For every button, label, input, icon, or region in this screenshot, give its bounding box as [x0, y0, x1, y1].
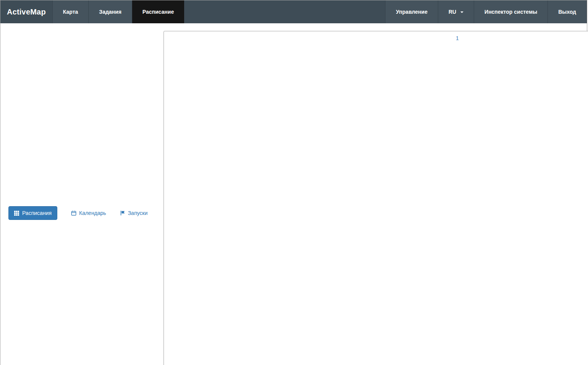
grid-icon — [14, 211, 19, 216]
nav-spacer — [184, 0, 385, 23]
language-label: RU — [449, 9, 456, 15]
app-logo: ActiveMap — [0, 0, 52, 23]
pagination-page-1[interactable]: 1 — [164, 31, 588, 365]
calendar-icon — [71, 210, 76, 216]
nav-item-system-inspector[interactable]: Инспектор системы — [474, 0, 548, 23]
nav-item-logout[interactable]: Выход — [548, 0, 587, 23]
runs-icon — [120, 210, 125, 216]
tab-runs[interactable]: Запуски — [120, 210, 148, 216]
tab-schedules-label: Расписания — [22, 210, 52, 216]
tab-runs-label: Запуски — [128, 210, 148, 216]
tab-calendar[interactable]: Календарь — [71, 210, 106, 216]
view-toolbar: Расписания Календарь Запуски 1 2 3 Найде… — [0, 23, 587, 365]
main-nav: Карта Задания Расписание — [52, 0, 184, 23]
nav-item-tasks[interactable]: Задания — [88, 0, 131, 23]
user-nav: Управление RU Инспектор системы Выход — [385, 0, 587, 23]
top-navbar: ActiveMap Карта Задания Расписание Управ… — [0, 0, 587, 23]
nav-item-map[interactable]: Карта — [52, 0, 89, 23]
nav-item-management[interactable]: Управление — [385, 0, 438, 23]
tab-schedules[interactable]: Расписания — [8, 206, 57, 220]
language-menu[interactable]: RU — [438, 0, 474, 23]
pagination: 1 2 3 — [164, 31, 588, 365]
nav-item-schedule[interactable]: Расписание — [132, 0, 184, 23]
caret-down-icon — [460, 11, 463, 13]
tab-calendar-label: Календарь — [79, 210, 106, 216]
page: ActiveMap Карта Задания Расписание Управ… — [0, 0, 587, 365]
